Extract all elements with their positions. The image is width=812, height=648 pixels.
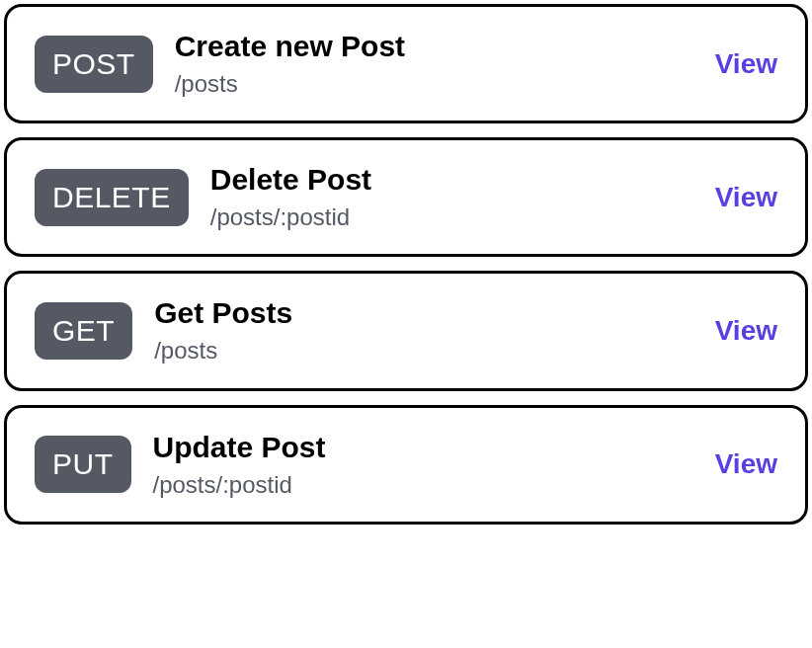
endpoint-title: Get Posts [154, 295, 693, 331]
endpoint-info: Delete Post /posts/:postid [210, 162, 693, 232]
view-link[interactable]: View [715, 182, 777, 213]
endpoint-title: Create new Post [175, 29, 693, 64]
method-badge-delete: DELETE [35, 169, 189, 226]
endpoint-path: /posts/:postid [153, 469, 693, 500]
endpoint-info: Get Posts /posts [154, 295, 693, 365]
endpoint-path: /posts [154, 335, 693, 365]
endpoint-info: Update Post /posts/:postid [153, 430, 693, 500]
endpoint-info: Create new Post /posts [175, 29, 693, 99]
endpoint-card: PUT Update Post /posts/:postid View [4, 405, 808, 525]
endpoint-title: Update Post [153, 430, 693, 465]
view-link[interactable]: View [715, 448, 777, 480]
endpoint-list: POST Create new Post /posts View DELETE … [0, 0, 812, 528]
view-link[interactable]: View [715, 48, 777, 80]
method-badge-put: PUT [35, 436, 131, 493]
endpoint-path: /posts [175, 68, 693, 99]
endpoint-card: GET Get Posts /posts View [4, 271, 808, 390]
endpoint-title: Delete Post [210, 162, 693, 198]
method-badge-get: GET [35, 302, 132, 360]
method-badge-post: POST [35, 36, 153, 93]
endpoint-card: DELETE Delete Post /posts/:postid View [4, 137, 808, 257]
view-link[interactable]: View [715, 315, 777, 347]
endpoint-card: POST Create new Post /posts View [4, 4, 808, 123]
endpoint-path: /posts/:postid [210, 202, 693, 232]
